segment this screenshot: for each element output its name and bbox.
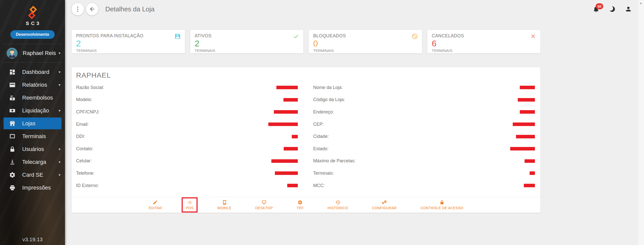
action-pos[interactable]: POS (183, 198, 197, 211)
kebab-menu-button[interactable]: ⋮ (72, 3, 84, 15)
action-label: MOBILE (217, 206, 231, 210)
sidebar-user-menu[interactable]: Raphael Reis ▾ (0, 44, 65, 62)
field-label: Máximo de Parcelas: (313, 158, 356, 164)
action-controle-de-acesso[interactable]: CONTROLE DE ACESSO (417, 198, 466, 211)
action-tef[interactable]: TEF (294, 198, 307, 211)
chevron-down-icon: ▾ (58, 108, 60, 113)
action-editar[interactable]: EDITAR (146, 198, 165, 211)
redacted-value-bar (271, 159, 298, 163)
scrollbar-up-arrow-icon[interactable]: ▲ (638, 2, 644, 5)
sidebar-item-impressoes[interactable]: Impressões ▾ (0, 181, 65, 194)
action-mobile[interactable]: MOBILE (214, 198, 234, 211)
stat-value: 2 (195, 39, 299, 48)
sidebar-item-label: Terminais (22, 133, 46, 140)
refund-icon (9, 95, 16, 101)
field-label: Contato: (76, 146, 93, 151)
gear-icon (298, 200, 303, 205)
sidebar-item-label: Impressões (22, 185, 51, 191)
redacted-value-bar (520, 110, 535, 114)
store-field-row: Modelo: (76, 94, 298, 106)
logo-diamonds-icon (26, 6, 39, 20)
sidebar-item-card-se[interactable]: Card SE ▾ (0, 168, 65, 181)
sidebar-item-label: Liquidação (22, 107, 49, 114)
field-label: Estado: (313, 146, 329, 151)
topbar-icons: 50 (593, 0, 632, 18)
redacted-value-bar (530, 171, 535, 175)
store-field-row: Código da Loja: (313, 94, 535, 106)
field-label: Razão Social: (76, 85, 104, 90)
back-button[interactable] (86, 3, 98, 15)
store-field-row: Endereço: (313, 106, 535, 118)
lock-solid-icon (439, 200, 444, 205)
stat-value: 2 (76, 39, 180, 48)
store-field-row: Estado: (313, 143, 535, 155)
reports-icon (9, 82, 16, 88)
store-field-row: Contato: (76, 143, 298, 155)
field-label: Nome da Loja: (313, 85, 343, 90)
store-actions-bar: EDITAR POS MOBILE DESKTOP TEF HISTÓRICO … (72, 197, 540, 213)
action-historico[interactable]: HISTÓRICO (325, 198, 351, 211)
redacted-value-bar (520, 86, 535, 89)
action-configurar[interactable]: CONFIGURAR (369, 198, 400, 211)
store-field-row: DDI: (76, 130, 298, 143)
store-icon (9, 120, 16, 127)
redacted-value-bar (516, 135, 535, 138)
app-window: SC3 Desenvolvimento Raphael Reis ▾ (0, 0, 644, 245)
sidebar-item-telecarga[interactable]: Telecarga ▾ (0, 156, 65, 168)
chevron-down-icon: ▾ (58, 51, 60, 55)
field-label: DDI: (76, 134, 85, 139)
sidebar-item-label: Telecarga (22, 159, 46, 165)
store-field-row: Razão Social: (76, 81, 298, 94)
stat-title: BLOQUEADOS (313, 33, 417, 39)
dashboard-icon (9, 69, 16, 75)
sidebar-item-lojas[interactable]: Lojas ▾ (4, 117, 61, 129)
store-field-row: Telefone: (76, 167, 298, 179)
sidebar-item-reembolsos[interactable]: Reembolsos ▾ (0, 91, 65, 104)
notifications-bell-icon[interactable]: 50 (593, 6, 600, 13)
store-field-row: ID Externo: (76, 179, 298, 192)
notification-count-badge: 50 (596, 3, 603, 9)
desktop-icon (262, 200, 267, 205)
download-icon (9, 159, 16, 165)
cash-icon (9, 107, 16, 114)
stat-title: CANCELADOS (432, 33, 536, 39)
sidebar-item-usuarios[interactable]: Usuários ▾ (0, 143, 65, 156)
close-icon (530, 33, 536, 40)
sidebar-item-dashboard[interactable]: Dashboard ▾ (0, 66, 65, 78)
action-label: TEF (297, 206, 304, 210)
redacted-value-bar (284, 147, 298, 150)
user-account-icon[interactable] (625, 6, 632, 13)
redacted-value-bar (510, 147, 535, 150)
pencil-icon (153, 200, 158, 205)
sidebar-item-liquidacao[interactable]: Liquidação ▾ (0, 104, 65, 117)
arrow-left-icon (89, 6, 95, 12)
field-label: ID Externo: (76, 183, 99, 188)
stats-cards: PRONTOS PARA INSTALAÇÃO 2 TERMINAIS ATIV… (72, 30, 540, 53)
field-label: Email: (76, 122, 89, 127)
block-icon (411, 33, 418, 40)
redacted-value-bar (283, 98, 298, 102)
sidebar-item-relatorios[interactable]: Relatórios ▾ (0, 78, 65, 91)
sidebar-item-label: Card SE (22, 172, 43, 178)
gear-icon (9, 172, 16, 178)
field-label: MCC: (313, 183, 325, 188)
smartphone-icon (222, 200, 227, 205)
store-field-row: Celular: (76, 155, 298, 167)
action-label: DESKTOP (255, 206, 273, 210)
store-details-card: RAPHAEL Razão Social: Modelo: CPF/CNPJ: … (72, 67, 540, 213)
sidebar-item-terminais[interactable]: Terminais ▾ (0, 130, 65, 143)
sidebar-menu: Dashboard ▾ Relatórios ▾ Reembolsos ▾ Li… (0, 66, 65, 194)
redacted-value-bar (524, 184, 535, 187)
action-label: CONFIGURAR (372, 206, 397, 210)
scrollbar[interactable]: ▲ (637, 0, 644, 245)
store-field-row: MCC: (313, 179, 535, 192)
terminal-icon (9, 133, 16, 140)
store-field-row: Email: (76, 118, 298, 131)
action-desktop[interactable]: DESKTOP (252, 198, 276, 211)
store-field-row: CPF/CNPJ: (76, 106, 298, 118)
stat-card-bloqueados: BLOQUEADOS 0 TERMINAIS (309, 30, 422, 53)
field-label: Código da Loja: (313, 97, 345, 102)
stat-unit: TERMINAIS (313, 48, 417, 53)
redacted-value-bar (292, 135, 298, 138)
dark-mode-moon-icon[interactable] (609, 6, 616, 13)
